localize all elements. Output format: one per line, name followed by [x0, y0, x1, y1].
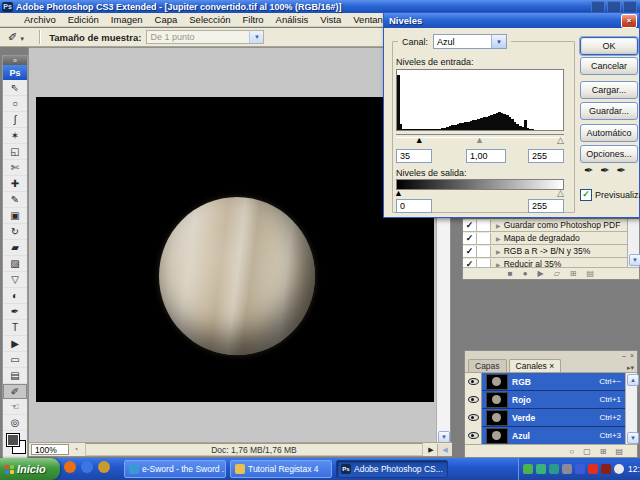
new-channel-icon[interactable]: ⊞	[600, 447, 607, 456]
save-mask-icon[interactable]: ▢	[583, 447, 591, 456]
pen-tool[interactable]: ✒	[3, 304, 27, 320]
menu-item-capa[interactable]: Capa	[149, 14, 184, 25]
image-canvas[interactable]	[36, 97, 434, 402]
menu-item-seleccio-n[interactable]: Selección	[183, 14, 236, 25]
input-gamma-field[interactable]: 1,00	[466, 149, 506, 163]
toolbox-collapse-grip[interactable]: »	[3, 56, 27, 65]
action-enabled-checkbox[interactable]: ✓	[463, 233, 477, 244]
save-button[interactable]: Guardar...	[580, 102, 638, 120]
load-selection-icon[interactable]: ○	[569, 447, 574, 456]
channel-row-azul[interactable]: AzulCtrl+3	[465, 427, 625, 445]
marquee-tool[interactable]: ○	[3, 96, 27, 112]
expand-arrow-icon[interactable]: ▶	[496, 248, 501, 255]
action-row[interactable]: ✓▶RGB a R -> B/N y 35%	[463, 245, 627, 258]
input-white-field[interactable]: 255	[528, 149, 564, 163]
lasso-tool[interactable]: ʃ	[3, 112, 27, 128]
tray-messenger-icon[interactable]	[536, 464, 546, 474]
channel-select[interactable]: Azul ▼	[433, 34, 507, 49]
actions-scroll-down-icon[interactable]: ▼	[629, 254, 640, 266]
channel-row-rgb[interactable]: RGBCtrl+~	[465, 373, 625, 391]
tray-network-icon[interactable]	[549, 464, 559, 474]
play-icon[interactable]: ▶	[538, 269, 544, 278]
task-button-tutorial-registax-4[interactable]: Tutorial Registax 4	[230, 460, 332, 478]
action-enabled-checkbox[interactable]: ✓	[463, 220, 477, 231]
move-tool[interactable]: ⇖	[3, 80, 27, 96]
preview-checkbox[interactable]: ✓	[580, 189, 592, 201]
eyedropper-tool[interactable]: ✐	[3, 384, 27, 399]
action-dialog-toggle[interactable]	[477, 246, 491, 257]
output-black-field[interactable]: 0	[396, 199, 432, 213]
tray-volume-icon[interactable]	[562, 464, 572, 474]
crop-tool[interactable]: ◱	[3, 144, 27, 160]
zoom-field[interactable]: 100%	[31, 444, 69, 455]
input-black-slider[interactable]: ▲	[415, 136, 424, 145]
task-button-e-sword-the-sword[interactable]: e-Sword - the Sword ...	[124, 460, 226, 478]
brush-tool[interactable]: ✎	[3, 192, 27, 208]
tray-app-blue-icon[interactable]	[575, 464, 585, 474]
clone-stamp-tool[interactable]: ▣	[3, 208, 27, 224]
options-button[interactable]: Opciones...	[580, 145, 638, 163]
visibility-cell[interactable]	[465, 427, 482, 445]
channel-row-verde[interactable]: VerdeCtrl+2	[465, 409, 625, 427]
white-point-eyedropper-icon[interactable]: ✒	[616, 164, 625, 177]
gradient-tool[interactable]: ▨	[3, 256, 27, 272]
action-enabled-checkbox[interactable]: ✓	[463, 246, 477, 257]
foreground-swatch[interactable]	[6, 433, 20, 447]
load-button[interactable]: Cargar...	[580, 81, 638, 99]
new-action-icon[interactable]: ⊞	[570, 269, 577, 278]
tab-capas[interactable]: Capas	[468, 359, 507, 372]
gray-point-eyedropper-icon[interactable]: ✒	[600, 164, 609, 177]
status-menu-arrow-icon[interactable]: ▶	[425, 446, 437, 454]
menu-item-ana-lisis[interactable]: Análisis	[270, 14, 315, 25]
tray-clock-icon[interactable]	[614, 464, 624, 474]
input-gamma-slider[interactable]: ▲	[475, 136, 484, 145]
delete-action-icon[interactable]: ▤	[587, 269, 595, 278]
notes-tool[interactable]: ▤	[3, 368, 27, 384]
expand-arrow-icon[interactable]: ▶	[496, 222, 501, 229]
sample-size-select[interactable]: De 1 punto ▼	[146, 30, 264, 44]
panel-menu-icon[interactable]: ▸▾	[627, 364, 637, 372]
shape-tool[interactable]: ▭	[3, 352, 27, 368]
tray-utility-icon[interactable]	[523, 464, 533, 474]
black-point-eyedropper-icon[interactable]: ✒	[584, 164, 593, 177]
channels-scroll-up-icon[interactable]: ▲	[627, 374, 639, 386]
visibility-cell[interactable]	[465, 409, 482, 427]
menu-item-imagen[interactable]: Imagen	[105, 14, 149, 25]
cancel-button[interactable]: Cancelar	[580, 57, 638, 75]
output-white-field[interactable]: 255	[528, 199, 564, 213]
history-brush-tool[interactable]: ↻	[3, 224, 27, 240]
action-dialog-toggle[interactable]	[477, 220, 491, 231]
hand-tool[interactable]: ☜	[3, 399, 27, 415]
tool-preset-caret-icon[interactable]: ▼	[19, 36, 25, 42]
tray-antivirus-icon[interactable]	[588, 464, 598, 474]
eyedropper-tool-icon[interactable]: ✐	[8, 31, 17, 44]
dialog-close-icon[interactable]: ×	[621, 14, 637, 28]
new-set-icon[interactable]: ▱	[554, 269, 560, 278]
input-white-slider[interactable]: △	[557, 136, 564, 145]
task-button-adobe-photoshop-cs[interactable]: PsAdobe Photoshop CS...	[336, 460, 448, 478]
channels-scroll-down-icon[interactable]: ▼	[627, 432, 639, 444]
type-tool[interactable]: T	[3, 320, 27, 336]
output-white-slider[interactable]: △	[557, 189, 564, 198]
delete-channel-icon[interactable]: ▤	[615, 447, 623, 456]
panel-minimize-icon[interactable]: –	[622, 352, 626, 359]
channels-scrollbar[interactable]: ▲ ▼	[625, 373, 637, 445]
taskbar-clock[interactable]: 12:55 p.m.	[628, 464, 640, 474]
stop-icon[interactable]: ■	[508, 269, 513, 278]
scroll-left-icon[interactable]: ◀	[437, 444, 452, 456]
internet-explorer-icon[interactable]	[81, 461, 93, 473]
tab-canales[interactable]: Canales ×	[509, 359, 562, 372]
quicklaunch-app-icon[interactable]	[98, 461, 110, 473]
start-button[interactable]: Inicio	[0, 458, 60, 480]
action-dialog-toggle[interactable]	[477, 233, 491, 244]
levels-dialog-titlebar[interactable]: Niveles ×	[384, 13, 639, 28]
panel-close-icon[interactable]: ×	[630, 352, 634, 359]
output-black-slider[interactable]: ▲	[394, 189, 403, 198]
menu-item-edicio-n[interactable]: Edición	[62, 14, 105, 25]
input-black-field[interactable]: 35	[396, 149, 432, 163]
healing-brush-tool[interactable]: ✚	[3, 176, 27, 192]
eraser-tool[interactable]: ▰	[3, 240, 27, 256]
visibility-cell[interactable]	[465, 391, 482, 409]
action-row[interactable]: ✓▶Guardar como Photoshop PDF	[463, 219, 627, 232]
record-icon[interactable]: ●	[523, 269, 528, 278]
